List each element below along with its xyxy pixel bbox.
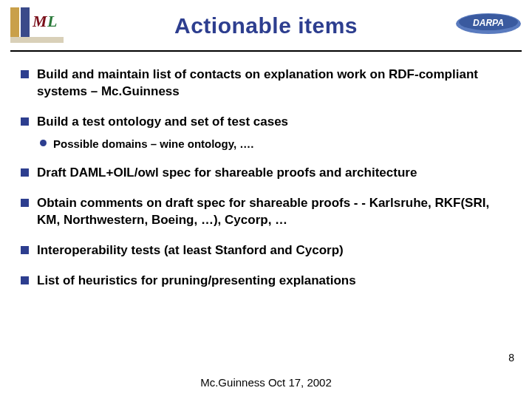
sub-bullet-list: Possible domains – wine ontology, …. (37, 137, 511, 151)
bullet-item: Obtain comments on draft spec for sharea… (21, 195, 511, 229)
sub-bullet-item: Possible domains – wine ontology, …. (37, 137, 511, 151)
bullet-item: List of heuristics for pruning/presentin… (21, 273, 511, 290)
svg-rect-0 (10, 7, 19, 37)
bullet-text: Obtain comments on draft spec for sharea… (37, 196, 489, 227)
bullet-text: List of heuristics for pruning/presentin… (37, 273, 356, 287)
slide-content: Build and maintain list of contacts on e… (0, 52, 532, 290)
bullet-item: Build a test ontology and set of test ca… (21, 114, 511, 151)
bullet-item: Draft DAML+OIL/owl spec for shareable pr… (21, 165, 511, 182)
bullet-text: Build a test ontology and set of test ca… (37, 115, 288, 129)
bullet-item: Interoperability tests (at least Stanfor… (21, 242, 511, 259)
bullet-text: Build and maintain list of contacts on e… (37, 67, 478, 98)
sub-bullet-text: Possible domains – wine ontology, …. (53, 137, 253, 150)
bullet-text: Interoperability tests (at least Stanfor… (37, 243, 344, 257)
svg-text:M: M (32, 12, 48, 30)
svg-rect-1 (21, 7, 30, 37)
svg-rect-4 (10, 37, 64, 43)
bullet-list: Build and maintain list of contacts on e… (21, 66, 511, 290)
slide-header: M L Actionable items DARPA (10, 0, 522, 52)
darpa-logo: DARPA (455, 10, 522, 37)
daml-logo: M L (10, 6, 64, 43)
bullet-item: Build and maintain list of contacts on e… (21, 66, 511, 100)
slide-title: Actionable items (10, 0, 522, 38)
svg-text:L: L (47, 12, 57, 30)
page-number: 8 (508, 352, 514, 364)
bullet-text: Draft DAML+OIL/owl spec for shareable pr… (37, 166, 417, 180)
slide-footer: Mc.Guinness Oct 17, 2002 (0, 376, 532, 389)
svg-text:DARPA: DARPA (473, 18, 504, 28)
